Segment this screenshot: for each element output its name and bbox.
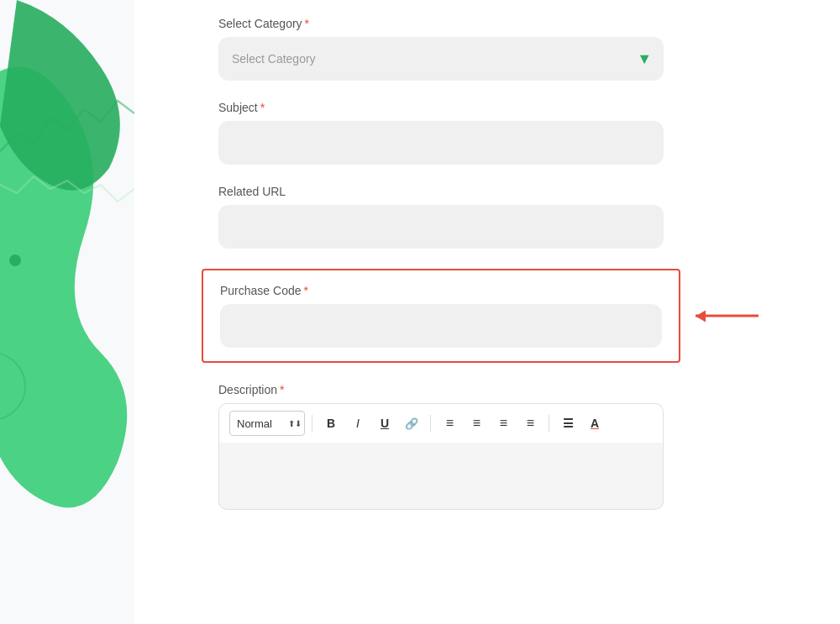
link-button[interactable]: 🔗	[400, 412, 423, 435]
align-justify-button[interactable]: ≡	[518, 412, 542, 435]
related-url-input[interactable]	[218, 205, 664, 249]
purchase-code-input[interactable]	[220, 304, 662, 348]
required-star-category: *	[305, 17, 309, 30]
select-category-label: Select Category*	[218, 17, 790, 30]
required-star-purchase: *	[304, 284, 308, 297]
sidebar-decoration	[0, 0, 134, 624]
toolbar-divider-1	[312, 415, 312, 432]
purchase-code-label: Purchase Code*	[220, 284, 662, 297]
editor-toolbar: Normal Heading 1 Heading 2 Heading 3 ⬆⬇ …	[218, 403, 664, 443]
font-color-button[interactable]: A	[583, 412, 606, 435]
italic-button[interactable]: I	[346, 412, 370, 435]
subject-group: Subject*	[218, 101, 790, 165]
description-group: Description* Normal Heading 1 Heading 2 …	[218, 383, 790, 510]
red-arrow-indicator	[696, 315, 759, 317]
format-select[interactable]: Normal Heading 1 Heading 2 Heading 3	[229, 411, 305, 436]
bold-button[interactable]: B	[319, 412, 343, 435]
align-right-button[interactable]: ≡	[491, 412, 515, 435]
select-category-dropdown[interactable]: Select Category	[218, 37, 664, 81]
select-category-wrapper: Select Category ▼	[218, 37, 664, 81]
required-star-subject: *	[260, 101, 265, 114]
purchase-code-group: Purchase Code*	[220, 284, 662, 348]
editor-body[interactable]	[218, 443, 664, 510]
format-select-wrapper: Normal Heading 1 Heading 2 Heading 3 ⬆⬇	[229, 411, 305, 436]
subject-input[interactable]	[218, 121, 664, 165]
description-label: Description*	[218, 383, 790, 396]
svg-point-1	[9, 254, 21, 266]
required-star-description: *	[280, 383, 284, 396]
list-button[interactable]: ☰	[556, 412, 580, 435]
select-category-group: Select Category* Select Category ▼	[218, 17, 790, 81]
align-left-button[interactable]: ≡	[438, 412, 461, 435]
toolbar-divider-3	[549, 415, 549, 432]
purchase-code-section: Purchase Code*	[202, 269, 680, 363]
related-url-group: Related URL	[218, 185, 790, 249]
underline-button[interactable]: U	[373, 412, 396, 435]
main-content: Select Category* Select Category ▼ Subje…	[134, 0, 840, 624]
toolbar-divider-2	[430, 415, 431, 432]
related-url-label: Related URL	[218, 185, 790, 198]
align-center-button[interactable]: ≡	[465, 412, 488, 435]
subject-label: Subject*	[218, 101, 790, 114]
